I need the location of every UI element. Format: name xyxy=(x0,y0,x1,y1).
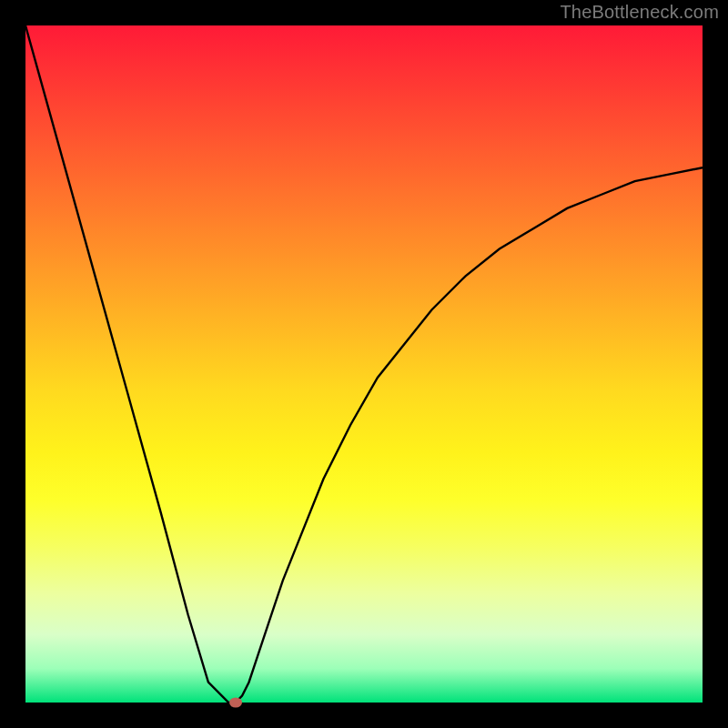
chart-frame: TheBottleneck.com xyxy=(0,0,728,728)
bottleneck-curve xyxy=(25,25,703,703)
watermark-text: TheBottleneck.com xyxy=(560,2,719,23)
bottleneck-curve-path xyxy=(25,25,703,703)
optimal-point-marker xyxy=(229,698,242,708)
